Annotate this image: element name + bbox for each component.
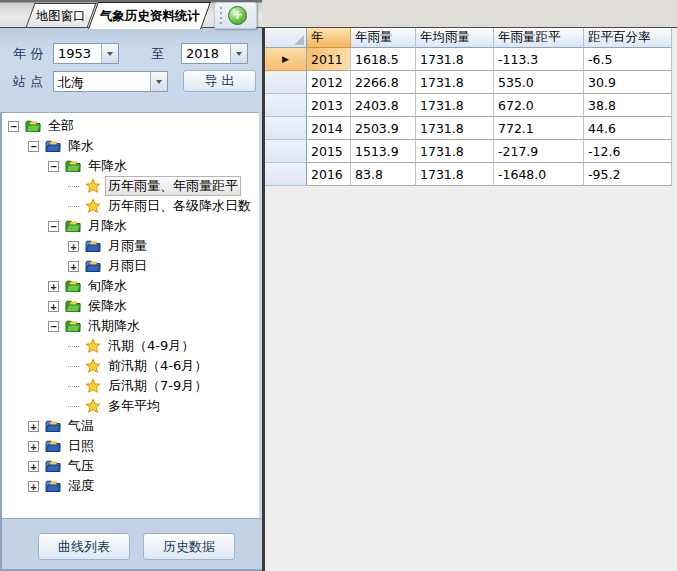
tree-item[interactable]: +旬降水 xyxy=(2,276,259,296)
expand-icon[interactable]: + xyxy=(28,441,39,452)
column-header[interactable]: 距平百分率 xyxy=(584,28,672,48)
table-cell[interactable]: 2012 xyxy=(307,71,351,94)
row-selector[interactable] xyxy=(265,117,307,140)
tree-item-label[interactable]: 全部 xyxy=(45,116,77,136)
tree-item-label[interactable]: 汛期（4-9月） xyxy=(105,336,197,356)
tab-weather-history-stats[interactable]: 气象历史资料统计 xyxy=(88,2,211,29)
tree-item-label[interactable]: 后汛期（7-9月） xyxy=(105,376,210,396)
tree-item-label[interactable]: 历年雨量、年雨量距平 xyxy=(105,176,241,196)
table-cell[interactable]: 2015 xyxy=(307,140,351,163)
table-row[interactable]: 20142503.91731.8772.144.6 xyxy=(265,117,672,140)
add-tab-button[interactable]: + xyxy=(228,6,247,25)
expand-icon[interactable]: + xyxy=(28,481,39,492)
expand-icon[interactable]: + xyxy=(48,281,59,292)
tree-item-label[interactable]: 月降水 xyxy=(85,216,130,236)
table-row[interactable]: 20151513.91731.8-217.9-12.6 xyxy=(265,140,672,163)
tree-item-label[interactable]: 多年平均 xyxy=(105,396,163,416)
row-selector[interactable] xyxy=(265,71,307,94)
table-cell[interactable]: 38.8 xyxy=(584,94,672,117)
expand-icon[interactable]: + xyxy=(28,461,39,472)
history-data-button[interactable]: 历史数据 xyxy=(143,533,235,560)
tree-item[interactable]: −全部 xyxy=(2,116,259,136)
year-from-dropdown-button[interactable] xyxy=(101,44,118,63)
table-cell[interactable]: 1731.8 xyxy=(416,94,494,117)
collapse-icon[interactable]: − xyxy=(48,221,59,232)
tree-item-label[interactable]: 历年雨日、各级降水日数 xyxy=(105,196,254,216)
table-cell[interactable]: 1731.8 xyxy=(416,163,494,186)
table-cell[interactable]: -12.6 xyxy=(584,140,672,163)
tree-item-label[interactable]: 侯降水 xyxy=(85,296,130,316)
column-header[interactable]: 年均雨量 xyxy=(416,28,494,48)
table-cell[interactable]: 2266.8 xyxy=(351,71,416,94)
tree-item-label[interactable]: 气温 xyxy=(65,416,97,436)
tree-item-label[interactable]: 汛期降水 xyxy=(85,316,143,336)
expand-icon[interactable]: + xyxy=(28,421,39,432)
table-cell[interactable]: 1731.8 xyxy=(416,117,494,140)
table-cell[interactable]: 2403.8 xyxy=(351,94,416,117)
row-selector[interactable] xyxy=(265,140,307,163)
tree-item-label[interactable]: 降水 xyxy=(65,136,97,156)
tree-item[interactable]: +日照 xyxy=(2,436,259,456)
expand-icon[interactable]: + xyxy=(48,301,59,312)
collapse-icon[interactable]: − xyxy=(28,141,39,152)
tree-item-label[interactable]: 气压 xyxy=(65,456,97,476)
table-cell[interactable]: 44.6 xyxy=(584,117,672,140)
tree-item-label[interactable]: 日照 xyxy=(65,436,97,456)
year-to-dropdown-button[interactable] xyxy=(230,44,247,63)
collapse-icon[interactable]: − xyxy=(48,321,59,332)
station-dropdown-button[interactable] xyxy=(150,72,167,91)
year-from-combo[interactable]: 1953 xyxy=(53,43,119,64)
table-cell[interactable]: -113.3 xyxy=(494,48,584,71)
table-cell[interactable]: 30.9 xyxy=(584,71,672,94)
table-cell[interactable]: 1618.5 xyxy=(351,48,416,71)
table-cell[interactable]: 1731.8 xyxy=(416,71,494,94)
tree-item[interactable]: +气温 xyxy=(2,416,259,436)
table-cell[interactable]: 772.1 xyxy=(494,117,584,140)
row-selector[interactable]: ▶ xyxy=(265,48,307,71)
table-cell[interactable]: 2011 xyxy=(307,48,351,71)
table-cell[interactable]: -6.5 xyxy=(584,48,672,71)
curve-list-button[interactable]: 曲线列表 xyxy=(38,533,130,560)
table-cell[interactable]: 1731.8 xyxy=(416,48,494,71)
table-cell[interactable]: 1731.8 xyxy=(416,140,494,163)
tree-item[interactable]: 前汛期（4-6月） xyxy=(2,356,259,376)
tree-item-label[interactable]: 湿度 xyxy=(65,476,97,496)
tree-item[interactable]: 历年雨日、各级降水日数 xyxy=(2,196,259,216)
export-button[interactable]: 导 出 xyxy=(183,70,256,92)
table-row[interactable]: 20132403.81731.8672.038.8 xyxy=(265,94,672,117)
tree-item[interactable]: −年降水 xyxy=(2,156,259,176)
table-cell[interactable]: 672.0 xyxy=(494,94,584,117)
row-selector[interactable] xyxy=(265,94,307,117)
tree-item[interactable]: +月雨量 xyxy=(2,236,259,256)
tree-item[interactable]: +侯降水 xyxy=(2,296,259,316)
expand-icon[interactable]: + xyxy=(68,241,79,252)
row-selector[interactable] xyxy=(265,163,307,186)
table-row[interactable]: 201683.81731.8-1648.0-95.2 xyxy=(265,163,672,186)
table-cell[interactable]: 2503.9 xyxy=(351,117,416,140)
column-header[interactable]: 年雨量距平 xyxy=(494,28,584,48)
table-cell[interactable]: 2016 xyxy=(307,163,351,186)
column-header[interactable]: 年 xyxy=(307,28,351,48)
tree-item-label[interactable]: 月雨量 xyxy=(105,236,150,256)
tree-item-label[interactable]: 年降水 xyxy=(85,156,130,176)
expand-icon[interactable]: + xyxy=(68,261,79,272)
column-header[interactable]: 年雨量 xyxy=(351,28,416,48)
table-cell[interactable]: 2013 xyxy=(307,94,351,117)
tree-item[interactable]: 多年平均 xyxy=(2,396,259,416)
table-cell[interactable]: -217.9 xyxy=(494,140,584,163)
tree-item[interactable]: +气压 xyxy=(2,456,259,476)
table-cell[interactable]: 535.0 xyxy=(494,71,584,94)
tree-item-label[interactable]: 月雨日 xyxy=(105,256,150,276)
table-row[interactable]: ▶20111618.51731.8-113.3-6.5 xyxy=(265,48,672,71)
tree-item[interactable]: −降水 xyxy=(2,136,259,156)
collapse-icon[interactable]: − xyxy=(8,121,19,132)
tree-item[interactable]: +湿度 xyxy=(2,476,259,496)
table-cell[interactable]: -1648.0 xyxy=(494,163,584,186)
tree-item[interactable]: −汛期降水 xyxy=(2,316,259,336)
table-cell[interactable]: 83.8 xyxy=(351,163,416,186)
collapse-icon[interactable]: − xyxy=(48,161,59,172)
tree-item-label[interactable]: 前汛期（4-6月） xyxy=(105,356,210,376)
tree-item[interactable]: 后汛期（7-9月） xyxy=(2,376,259,396)
year-to-combo[interactable]: 2018 xyxy=(181,43,248,64)
tab-map-window[interactable]: 地图窗口 xyxy=(25,3,96,28)
